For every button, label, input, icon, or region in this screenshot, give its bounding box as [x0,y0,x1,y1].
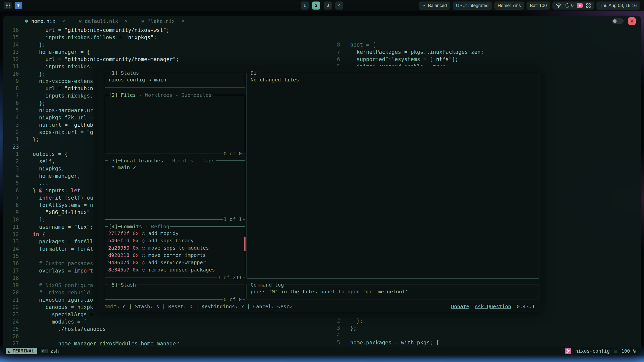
tab-close-icon[interactable]: × [62,18,65,24]
commit-row[interactable]: d9202180x○move common imports [105,252,245,259]
line-number: 10 [3,216,19,223]
panel-title: Diff [250,69,264,77]
line-number: 13 [3,238,19,245]
topbar-left: ❄ [4,2,22,9]
network-latency-indicator[interactable]: Home: 7ms [494,2,524,10]
line-number: 17 [3,267,19,275]
line-number: 3 [330,325,340,332]
clock[interactable]: Thu Aug 08, 18:16 [596,2,640,10]
line-number: 27 [3,340,19,347]
code-line: 27 home-manager.nixosModules.home-manage… [3,340,330,347]
line-number: 24 [3,318,19,326]
line-number: 6 [330,56,340,63]
window-pin-toggle[interactable] [612,18,624,24]
command-log-content: press 'M' in the files panel to open 'gi… [247,285,539,298]
line-number: 5 [330,339,340,346]
shield-count: 0 [571,3,573,8]
line-number: 4 [3,114,19,121]
keybar-links: Donate Ask Question 0.43.1 [451,303,535,310]
line-number: 3 [3,121,19,129]
line-number: 5 [3,180,19,187]
workspace-3-button[interactable]: 3 [324,2,332,10]
commit-row[interactable]: b49ef1d0x○add sops binary [105,237,245,244]
code-line: 16 url = "github:nix-community/nixos-wsl… [3,27,330,34]
code-line: 26 [3,333,330,340]
gpu-indicator[interactable]: GPU: Integrated [453,2,492,10]
mode-label: TERMINAL [13,348,34,353]
workspace-2-button[interactable]: 2 [312,2,320,10]
workspace-4-button[interactable]: 4 [335,2,343,10]
line-number: 22 [3,304,19,311]
tab-home-nix[interactable]: ❄ home.nix × [18,16,72,27]
lazygit-branches-panel[interactable]: [3]─Local branches - Remotes - Tags * ma… [105,160,245,220]
line-number: 26 [3,333,19,340]
line-number: 20 [3,289,19,296]
lazygit-overlay: [1]─Status nixos-config → main [2]─Files… [97,66,541,312]
workspace-1-button[interactable]: 1 [301,2,309,10]
line-number: 1 [3,151,19,158]
terminal-mode-badge: ◣ TERMINAL [6,348,37,354]
line-number: 11 [3,63,19,70]
line-number: 21 [3,296,19,304]
window-controls: × [612,17,636,25]
commit-row[interactable]: 8e345a70x○remove unused packages [105,266,245,274]
screenshare-icon[interactable] [577,3,583,8]
shield-status[interactable]: 0 [565,3,573,8]
workspace-switcher: 1 2 3 4 [301,2,343,10]
tab-flake-nix[interactable]: ❄ flake.nix × [135,16,191,27]
line-number: 2 [330,317,340,325]
panel-title: [1]─Status [108,69,140,77]
donate-link[interactable]: Donate [451,303,469,310]
commit-row[interactable]: 9486b7d0x○add service-wrapper [105,259,245,266]
code-line: 12 url = "github:nix-community/home-mana… [3,56,330,63]
line-number: 23 [3,311,19,318]
line-number: 4 [330,332,340,339]
editor-pane-right-bottom: 2 };3};45home.packages = with pkgs; [ [330,317,641,346]
code-line: 2 }; [330,317,641,325]
line-number: 10 [3,70,19,78]
lazygit-command-log-panel[interactable]: Command log press 'M' in the files panel… [247,285,539,299]
line-number: 8 [3,202,19,209]
topbar-right: P: Balanced GPU: Integrated Home: 7ms Ba… [419,2,640,10]
snowflake-icon: ❄ [16,3,20,8]
wifi-icon[interactable] [556,3,562,8]
commits-scrollbar[interactable] [244,237,246,251]
git-icon [565,348,571,354]
lazygit-stash-panel[interactable]: [5]─Stash 0 of 0 [105,285,245,300]
panel-title: [2]─Files - Worktrees - Submodules [108,92,213,99]
line-number: 7 [3,194,19,202]
tab-close-icon[interactable]: × [181,18,185,24]
tab-label: home.nix [31,18,55,24]
code-line: 13 home-manager = { [3,49,330,56]
code-line: 8boot = { [330,41,641,49]
code-line: 5home.packages = with pkgs; [ [330,339,641,346]
tab-default-nix[interactable]: ❄ default.nix × [72,16,135,27]
tab-bar: ❄ home.nix × ❄ default.nix × ❄ flake.nix… [3,16,641,27]
status-bar: ◣ TERMINAL >_ zsh nixos-config ≡ 100 % [3,347,641,355]
lazygit-diff-panel[interactable]: Diff No changed files [247,73,539,279]
window-close-button[interactable]: × [628,17,636,25]
lazygit-status-panel[interactable]: [1]─Status nixos-config → main [105,73,245,88]
battery-indicator[interactable]: Bat: 100 [527,2,550,10]
commit-row[interactable]: 2717f2f0x○add mopidy [105,230,245,237]
commit-row[interactable]: 2a239500x○move sops to modules [105,244,245,252]
power-profile-indicator[interactable]: P: Balanced [419,2,450,10]
line-number: 14 [3,245,19,253]
diff-content: No changed files [247,73,539,86]
scroll-percent: 100 % [621,348,636,354]
overview-grid-icon[interactable] [586,3,591,8]
line-number: 8 [330,41,340,49]
ask-question-link[interactable]: Ask Question [475,303,511,310]
line-number: 2 [3,129,19,136]
tab-close-icon[interactable]: × [125,18,128,24]
panel-count: 0 of 0 [223,150,243,157]
panel-title: [3]─Local branches - Remotes - Tags [108,157,216,164]
app-launcher-button[interactable] [4,2,12,9]
close-icon: × [630,18,633,24]
lazygit-files-panel[interactable]: [2]─Files - Worktrees - Submodules 0 of … [105,95,245,154]
line-number: 23 [3,143,19,151]
nix-logo-icon[interactable]: ❄ [15,2,22,9]
line-number: 3 [3,165,19,172]
lazygit-commits-panel[interactable]: [4]─Commits - Reflog 2717f2f0x○add mopid… [105,226,245,278]
code-line: 14 }; [3,41,330,49]
